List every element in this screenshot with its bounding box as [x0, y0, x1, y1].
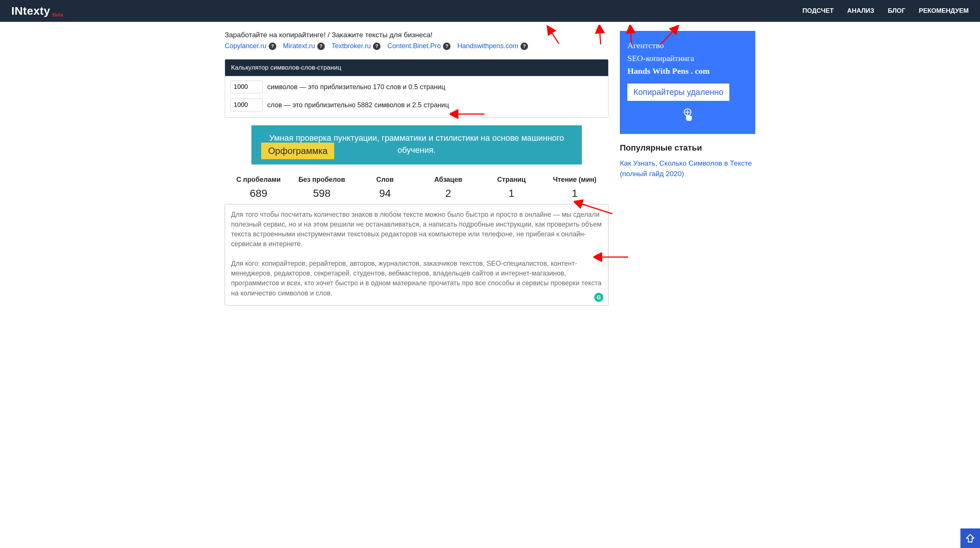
stats-row: С пробелами689 Без пробелов598 Слов94 Аб…: [225, 176, 609, 199]
help-icon[interactable]: ?: [317, 43, 325, 50]
sidebar-banner-line3: Hands With Pens . com: [627, 65, 748, 78]
sidebar-banner-button[interactable]: Копирайтеры удаленно: [627, 84, 729, 101]
stat-read-time: Чтение (мин)1: [543, 176, 606, 199]
nav-analysis[interactable]: АНАЛИЗ: [847, 7, 874, 15]
logo-prefix: IN: [11, 5, 23, 17]
promo-link-textbroker[interactable]: Textbroker.ru?: [332, 42, 380, 50]
sidebar-banner-line1: Агентство: [627, 39, 748, 52]
stat-paragraphs: Абзацев2: [417, 176, 480, 199]
logo[interactable]: INtexty: [11, 5, 51, 17]
words-result: слов — это приблизительно 5882 символов …: [267, 101, 449, 109]
nav-recommend[interactable]: РЕКОМЕНДУЕМ: [919, 7, 969, 15]
pointer-icon: [627, 107, 748, 124]
words-input[interactable]: [230, 99, 262, 112]
promo-link-contentbinet[interactable]: Content.Binet.Pro?: [387, 42, 450, 50]
orfogrammka-banner[interactable]: Умная проверка пунктуации, грамматики и …: [251, 125, 581, 164]
stat-with-spaces: С пробелами689: [227, 176, 290, 199]
main-nav: ПОДСЧЕТ АНАЛИЗ БЛОГ РЕКОМЕНДУЕМ: [802, 7, 969, 15]
grammarly-icon[interactable]: G: [594, 293, 603, 302]
chars-input[interactable]: [230, 81, 262, 93]
popular-articles-title: Популярные статьи: [620, 143, 755, 153]
promo-link-miratext[interactable]: Miratext.ru?: [283, 42, 325, 50]
promo-links: Copylancer.ru? Miratext.ru? Textbroker.r…: [225, 42, 609, 50]
stat-pages: Страниц1: [480, 176, 543, 199]
calculator-card: Калькулятор символов-слов-страниц символ…: [225, 59, 609, 118]
logo-suffix: texty: [23, 5, 51, 17]
help-icon[interactable]: ?: [520, 43, 528, 50]
popular-article-link[interactable]: Как Узнать, Сколько Символов в Тексте (п…: [620, 159, 752, 178]
nav-count[interactable]: ПОДСЧЕТ: [802, 7, 834, 15]
sidebar-banner[interactable]: Агентство SEO-копирайтинга Hands With Pe…: [620, 31, 755, 134]
nav-blog[interactable]: БЛОГ: [888, 7, 905, 15]
help-icon[interactable]: ?: [269, 43, 276, 50]
chars-result: символов — это приблизительно 170 слов и…: [267, 83, 445, 91]
stat-without-spaces: Без пробелов598: [290, 176, 353, 199]
header: INtexty Beta ПОДСЧЕТ АНАЛИЗ БЛОГ РЕКОМЕН…: [0, 0, 980, 22]
promo-link-copylancer[interactable]: Copylancer.ru?: [225, 42, 276, 50]
help-icon[interactable]: ?: [373, 43, 380, 50]
calc-row-words: слов — это приблизительно 5882 символов …: [230, 99, 603, 112]
banner-badge: Орфограммка: [261, 143, 334, 159]
calculator-title: Калькулятор символов-слов-страниц: [225, 59, 608, 76]
promo-link-handswithpens[interactable]: Handswithpens.com?: [457, 42, 528, 50]
stat-words: Слов94: [353, 176, 417, 199]
sidebar-banner-line2: SEO-копирайтинга: [627, 52, 748, 65]
help-icon[interactable]: ?: [443, 43, 450, 50]
promo-headline: Заработайте на копирайтинге! / Закажите …: [225, 31, 609, 39]
main-textarea[interactable]: [225, 204, 609, 306]
beta-badge: Beta: [52, 12, 63, 18]
calc-row-chars: символов — это приблизительно 170 слов и…: [230, 81, 603, 93]
